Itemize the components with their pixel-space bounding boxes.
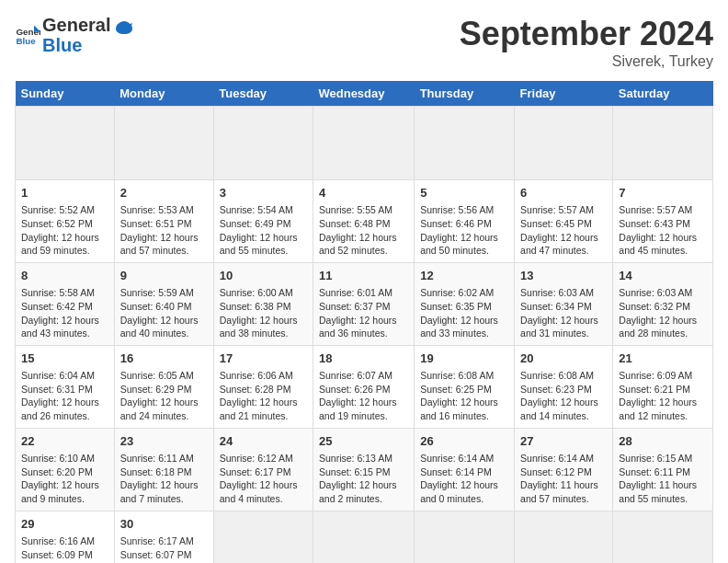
daylight-label: Daylight: 12 hours and 24 minutes. [120,396,208,422]
sunrise-text: Sunrise: 6:08 AM [520,369,607,383]
title-block: September 2024 Siverek, Turkey [460,15,713,70]
calendar-cell: 28Sunrise: 6:15 AMSunset: 6:11 PMDayligh… [613,428,713,511]
sunset-text: Sunset: 6:14 PM [420,465,508,479]
calendar-cell: 6Sunrise: 5:57 AMSunset: 6:45 PMDaylight… [515,180,613,263]
calendar-cell: 22Sunrise: 6:10 AMSunset: 6:20 PMDayligh… [16,428,115,511]
daylight-label: Daylight: 12 hours and 12 minutes. [619,396,707,422]
calendar-cell: 27Sunrise: 6:14 AMSunset: 6:12 PMDayligh… [515,428,613,511]
sunset-text: Sunset: 6:29 PM [120,383,208,396]
calendar-cell [213,107,313,180]
day-number: 29 [21,516,108,533]
day-number: 23 [120,433,208,450]
daylight-label: Daylight: 12 hours and 14 minutes. [520,396,607,422]
sunset-text: Sunset: 6:42 PM [21,300,108,314]
calendar-cell: 2Sunrise: 5:53 AMSunset: 6:51 PMDaylight… [114,180,213,263]
daylight-label: Daylight: 12 hours and 47 minutes. [520,231,607,258]
sunset-text: Sunset: 6:49 PM [220,217,307,231]
daylight-label: Daylight: 12 hours and 45 minutes. [619,231,707,258]
daylight-label: Daylight: 12 hours and 43 minutes. [21,314,108,340]
day-number: 14 [619,268,707,284]
calendar-cell: 26Sunrise: 6:14 AMSunset: 6:14 PMDayligh… [415,428,515,511]
calendar-cell [114,107,213,180]
sunrise-text: Sunrise: 6:00 AM [220,286,307,300]
day-header-friday: Friday [515,81,613,107]
sunrise-text: Sunrise: 5:53 AM [120,203,208,217]
sunset-text: Sunset: 6:21 PM [619,383,707,396]
sunset-text: Sunset: 6:46 PM [420,217,508,231]
daylight-label: Daylight: 12 hours and 50 minutes. [420,231,508,258]
calendar-cell: 20Sunrise: 6:08 AMSunset: 6:23 PMDayligh… [515,345,613,428]
sunrise-text: Sunrise: 6:10 AM [21,452,108,465]
logo-blue: Blue [42,35,110,55]
day-number: 24 [220,433,307,450]
sunset-text: Sunset: 6:12 PM [520,465,607,479]
sunrise-text: Sunrise: 6:01 AM [319,286,408,300]
calendar-cell: 12Sunrise: 6:02 AMSunset: 6:35 PMDayligh… [415,262,515,345]
sunrise-text: Sunrise: 6:05 AM [120,369,208,383]
calendar-cell: 17Sunrise: 6:06 AMSunset: 6:28 PMDayligh… [213,345,313,428]
day-number: 21 [619,350,707,367]
calendar-cell [515,511,613,563]
day-number: 5 [420,185,508,201]
daylight-label: Daylight: 12 hours and 55 minutes. [220,231,307,258]
calendar-cell [415,107,515,180]
calendar-cell: 18Sunrise: 6:07 AMSunset: 6:26 PMDayligh… [313,345,414,428]
daylight-label: Daylight: 12 hours and 52 minutes. [319,231,408,258]
logo: General Blue General Blue [15,15,134,55]
day-number: 6 [520,185,607,201]
day-header-saturday: Saturday [613,81,713,107]
sunrise-text: Sunrise: 5:59 AM [120,286,208,300]
calendar-cell: 15Sunrise: 6:04 AMSunset: 6:31 PMDayligh… [16,345,115,428]
calendar-cell [613,511,713,563]
sunrise-text: Sunrise: 6:14 AM [420,452,508,465]
sunset-text: Sunset: 6:09 PM [21,548,108,562]
daylight-label: Daylight: 12 hours and 40 minutes. [120,314,208,340]
day-number: 20 [520,350,607,367]
sunset-text: Sunset: 6:45 PM [520,217,607,231]
day-header-wednesday: Wednesday [313,81,414,107]
calendar-cell: 4Sunrise: 5:55 AMSunset: 6:48 PMDaylight… [313,180,414,263]
calendar-cell: 9Sunrise: 5:59 AMSunset: 6:40 PMDaylight… [114,262,213,345]
sunset-text: Sunset: 6:07 PM [120,548,208,562]
page-header: General Blue General Blue September 2024… [15,15,713,70]
daylight-label: Daylight: 12 hours and 7 minutes. [120,478,208,505]
sunset-text: Sunset: 6:43 PM [619,217,707,231]
sunset-text: Sunset: 6:51 PM [120,217,208,231]
sunset-text: Sunset: 6:40 PM [120,300,208,314]
calendar-cell: 29Sunrise: 6:16 AMSunset: 6:09 PMDayligh… [16,511,115,563]
sunset-text: Sunset: 6:37 PM [319,300,408,314]
day-number: 1 [21,185,108,201]
sunset-text: Sunset: 6:20 PM [21,465,108,479]
day-number: 8 [21,268,108,284]
daylight-label: Daylight: 12 hours and 28 minutes. [619,314,707,340]
daylight-label: Daylight: 11 hours and 55 minutes. [619,478,707,505]
calendar-week-row [16,107,713,180]
day-header-thursday: Thursday [415,81,515,107]
sunrise-text: Sunrise: 5:54 AM [220,203,307,217]
sunset-text: Sunset: 6:18 PM [120,465,208,479]
sunset-text: Sunset: 6:32 PM [619,300,707,314]
sunrise-text: Sunrise: 5:57 AM [520,203,607,217]
calendar-cell: 1Sunrise: 5:52 AMSunset: 6:52 PMDaylight… [16,180,115,263]
calendar-cell: 23Sunrise: 6:11 AMSunset: 6:18 PMDayligh… [114,428,213,511]
calendar-week-row: 22Sunrise: 6:10 AMSunset: 6:20 PMDayligh… [16,428,713,511]
sunrise-text: Sunrise: 6:16 AM [21,534,108,548]
calendar-cell: 21Sunrise: 6:09 AMSunset: 6:21 PMDayligh… [613,345,713,428]
sunrise-text: Sunrise: 5:58 AM [21,286,108,300]
calendar-cell [16,107,115,180]
day-number: 27 [520,433,607,450]
calendar-week-row: 1Sunrise: 5:52 AMSunset: 6:52 PMDaylight… [16,180,713,263]
calendar-cell: 16Sunrise: 6:05 AMSunset: 6:29 PMDayligh… [114,345,213,428]
daylight-label: Daylight: 12 hours and 19 minutes. [319,396,408,422]
sunrise-text: Sunrise: 6:02 AM [420,286,508,300]
day-number: 19 [420,350,508,367]
calendar-week-row: 29Sunrise: 6:16 AMSunset: 6:09 PMDayligh… [16,511,713,563]
sunset-text: Sunset: 6:31 PM [21,383,108,396]
day-header-tuesday: Tuesday [213,81,313,107]
sunrise-text: Sunrise: 5:56 AM [420,203,508,217]
sunset-text: Sunset: 6:48 PM [319,217,408,231]
daylight-label: Daylight: 12 hours and 36 minutes. [319,314,408,340]
calendar-cell: 19Sunrise: 6:08 AMSunset: 6:25 PMDayligh… [415,345,515,428]
sunset-text: Sunset: 6:35 PM [420,300,508,314]
sunrise-text: Sunrise: 6:03 AM [520,286,607,300]
